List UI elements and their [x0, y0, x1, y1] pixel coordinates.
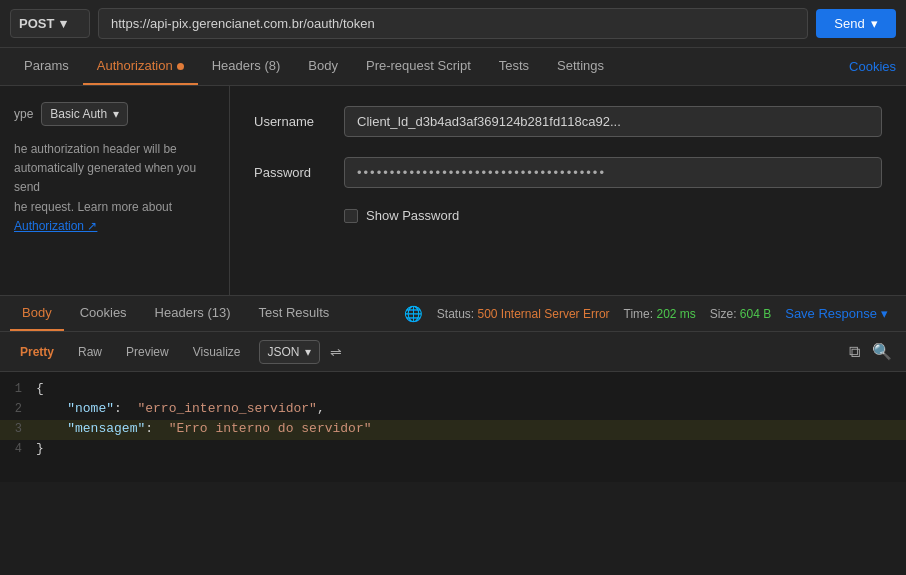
authorization-dot	[177, 63, 184, 70]
format-tab-raw[interactable]: Raw	[68, 340, 112, 364]
response-tab-body[interactable]: Body	[10, 296, 64, 331]
code-content-2: "nome": "erro_interno_servidor",	[36, 401, 906, 416]
code-content-3: "mensagem": "Erro interno do servidor"	[36, 421, 906, 436]
password-input[interactable]	[344, 157, 882, 188]
auth-description: he authorization header will be automati…	[14, 140, 215, 236]
copy-icon[interactable]: ⧉	[845, 339, 864, 365]
show-password-label: Show Password	[366, 208, 459, 223]
json-selector-chevron-icon: ▾	[305, 345, 311, 359]
show-password-checkbox[interactable]	[344, 209, 358, 223]
code-line-3: 3 "mensagem": "Erro interno do servidor"	[0, 420, 906, 440]
response-tab-cookies[interactable]: Cookies	[68, 296, 139, 331]
code-line-4: 4 }	[0, 440, 906, 460]
password-label: Password	[254, 165, 344, 180]
response-tab-headers[interactable]: Headers (13)	[143, 296, 243, 331]
save-response-button[interactable]: Save Response ▾	[785, 306, 888, 321]
json-selector-label: JSON	[268, 345, 300, 359]
line-num-2: 2	[0, 402, 36, 416]
username-row: Username	[254, 106, 882, 137]
method-selector[interactable]: POST ▾	[10, 9, 90, 38]
left-panel: ype Basic Auth ▾ he authorization header…	[0, 86, 230, 295]
line-num-3: 3	[0, 422, 36, 436]
send-button[interactable]: Send ▾	[816, 9, 896, 38]
line-num-1: 1	[0, 382, 36, 396]
main-content: ype Basic Auth ▾ he authorization header…	[0, 86, 906, 296]
time-value: 202 ms	[656, 307, 695, 321]
cookies-link[interactable]: Cookies	[849, 49, 896, 84]
tab-settings[interactable]: Settings	[543, 48, 618, 85]
type-select-chevron-icon: ▾	[113, 107, 119, 121]
response-tab-testresults[interactable]: Test Results	[247, 296, 342, 331]
tab-prerequest[interactable]: Pre-request Script	[352, 48, 485, 85]
code-content-4: }	[36, 441, 906, 456]
type-label: ype	[14, 107, 33, 121]
search-icon[interactable]: 🔍	[868, 338, 896, 365]
tab-params[interactable]: Params	[10, 48, 83, 85]
code-line-1: 1 {	[0, 380, 906, 400]
status-value: 500 Internal Server Error	[478, 307, 610, 321]
format-tab-preview[interactable]: Preview	[116, 340, 179, 364]
method-label: POST	[19, 16, 54, 31]
time-label: Time: 202 ms	[624, 307, 696, 321]
top-bar: POST ▾ Send ▾	[0, 0, 906, 48]
show-password-row: Show Password	[344, 208, 882, 223]
type-row: ype Basic Auth ▾	[14, 102, 215, 126]
username-input[interactable]	[344, 106, 882, 137]
status-label: Status: 500 Internal Server Error	[437, 307, 610, 321]
filter-icon[interactable]: ⇌	[330, 344, 342, 360]
save-response-chevron-icon: ▾	[881, 306, 888, 321]
username-label: Username	[254, 114, 344, 129]
format-tab-pretty[interactable]: Pretty	[10, 340, 64, 364]
format-bar: Pretty Raw Preview Visualize JSON ▾ ⇌ ⧉ …	[0, 332, 906, 372]
globe-icon: 🌐	[404, 305, 423, 323]
send-label: Send	[834, 16, 864, 31]
size-label: Size: 604 B	[710, 307, 771, 321]
format-tab-visualize[interactable]: Visualize	[183, 340, 251, 364]
tab-body[interactable]: Body	[294, 48, 352, 85]
method-chevron-icon: ▾	[60, 16, 67, 31]
auth-link[interactable]: Authorization ↗	[14, 219, 97, 233]
password-row: Password	[254, 157, 882, 188]
tab-authorization[interactable]: Authorization	[83, 48, 198, 85]
code-area: 1 { 2 "nome": "erro_interno_servidor", 3…	[0, 372, 906, 482]
json-selector[interactable]: JSON ▾	[259, 340, 320, 364]
send-chevron-icon: ▾	[871, 16, 878, 31]
tabs-bar: Params Authorization Headers (8) Body Pr…	[0, 48, 906, 86]
status-bar: 🌐 Status: 500 Internal Server Error Time…	[396, 305, 896, 323]
type-select[interactable]: Basic Auth ▾	[41, 102, 128, 126]
tab-tests[interactable]: Tests	[485, 48, 543, 85]
line-num-4: 4	[0, 442, 36, 456]
size-value: 604 B	[740, 307, 771, 321]
tab-headers[interactable]: Headers (8)	[198, 48, 295, 85]
right-panel: Username Password Show Password	[230, 86, 906, 295]
type-select-value: Basic Auth	[50, 107, 107, 121]
url-input[interactable]	[98, 8, 808, 39]
code-content-1: {	[36, 381, 906, 396]
code-line-2: 2 "nome": "erro_interno_servidor",	[0, 400, 906, 420]
response-tabs-bar: Body Cookies Headers (13) Test Results 🌐…	[0, 296, 906, 332]
